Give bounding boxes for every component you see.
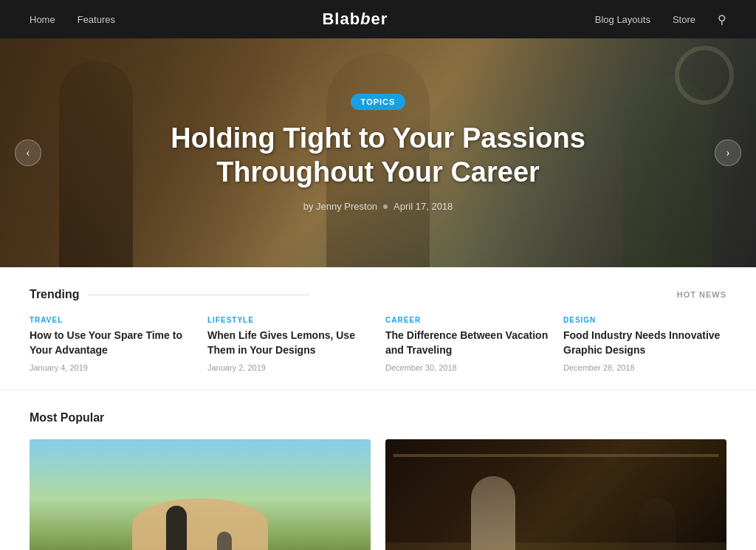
logo-text: Blabber — [322, 10, 388, 28]
trending-title-4[interactable]: Food Industry Needs Innovative Graphic D… — [563, 329, 726, 357]
nav-left-links: Home Features — [30, 14, 115, 25]
navbar: Home Features Blabber Blog Layouts Store… — [0, 0, 756, 38]
trending-item-1: TRAVEL How to Use Your Spare Time to You… — [30, 316, 193, 372]
workshop-table — [385, 543, 726, 550]
hero-topic-badge[interactable]: TOPICS — [351, 94, 406, 110]
arrow-left-icon: ‹ — [26, 146, 30, 159]
hot-news-label: HOT NEWS — [677, 290, 726, 299]
popular-grid — [30, 439, 726, 550]
nav-home[interactable]: Home — [30, 14, 55, 25]
trending-title-1[interactable]: How to Use Your Spare Time to Your Advan… — [30, 329, 193, 357]
popular-section: Most Popular — [0, 391, 756, 550]
trending-item-3: CAREER The Difference Between Vacation a… — [385, 316, 549, 372]
trending-title: Trending — [30, 288, 310, 301]
trending-date-1: January 4, 2019 — [30, 363, 193, 372]
site-logo[interactable]: Blabber — [322, 10, 388, 29]
trending-grid: TRAVEL How to Use Your Spare Time to You… — [30, 316, 726, 372]
nav-right-links: Blog Layouts Store ⚲ — [595, 13, 726, 27]
workshop-shelf — [393, 454, 719, 457]
trending-item-4: DESIGN Food Industry Needs Innovative Gr… — [563, 316, 726, 372]
trending-date-4: December 28, 2018 — [563, 363, 726, 372]
hero-meta: by Jenny Preston April 17, 2018 — [142, 201, 614, 212]
hero-section: ‹ TOPICS Holding Tight to Your Passions … — [0, 38, 756, 267]
hero-date: April 17, 2018 — [394, 201, 453, 212]
nav-blog-layouts[interactable]: Blog Layouts — [595, 14, 650, 25]
trending-category-1[interactable]: TRAVEL — [30, 316, 193, 324]
hero-content: TOPICS Holding Tight to Your Passions Th… — [83, 94, 673, 212]
runner-path — [132, 498, 269, 550]
meta-separator — [383, 204, 388, 209]
trending-date-3: December 30, 2018 — [385, 363, 549, 372]
craftsman-figure-1 — [471, 476, 515, 550]
hero-title: Holding Tight to Your Passions Throughou… — [142, 122, 614, 189]
trending-title-2[interactable]: When Life Gives Lemons, Use Them in Your… — [207, 329, 371, 357]
trending-date-2: January 2, 2019 — [207, 363, 371, 372]
popular-card-1[interactable] — [30, 439, 371, 550]
arrow-right-icon: › — [726, 146, 729, 159]
hero-author: by Jenny Preston — [303, 201, 377, 212]
trending-category-4[interactable]: DESIGN — [563, 316, 726, 324]
nav-store[interactable]: Store — [673, 14, 695, 25]
nav-features[interactable]: Features — [78, 14, 115, 25]
search-icon[interactable]: ⚲ — [718, 13, 726, 27]
hero-prev-button[interactable]: ‹ — [15, 140, 41, 166]
hero-next-button[interactable]: › — [715, 140, 741, 166]
popular-title: Most Popular — [30, 411, 726, 424]
runner-figure-1 — [166, 506, 187, 550]
trending-header: Trending HOT NEWS — [30, 288, 726, 301]
trending-item-2: LIFESTYLE When Life Gives Lemons, Use Th… — [207, 316, 371, 372]
trending-section: Trending HOT NEWS TRAVEL How to Use Your… — [0, 267, 756, 391]
trending-title-3[interactable]: The Difference Between Vacation and Trav… — [385, 329, 549, 357]
popular-card-2[interactable] — [385, 439, 726, 550]
runner-figure-2 — [217, 532, 232, 550]
trending-category-2[interactable]: LIFESTYLE — [207, 316, 371, 324]
trending-category-3[interactable]: CAREER — [385, 316, 549, 324]
